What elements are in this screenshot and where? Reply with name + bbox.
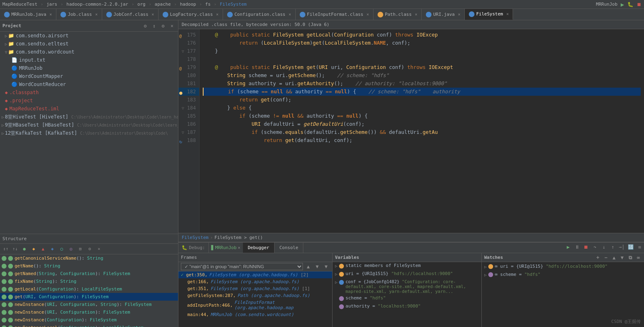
tab-jobconf[interactable]: JobConf.class × xyxy=(102,9,159,20)
close-icon[interactable]: × xyxy=(415,12,417,17)
breadcrumb-method[interactable]: FileSystem > get() xyxy=(215,235,263,240)
method-item[interactable]: getName(): String xyxy=(0,262,178,270)
method-item[interactable]: newInstanceLocal(Configuration): LocalFi… xyxy=(0,324,178,327)
tab-job[interactable]: Job.class × xyxy=(56,9,102,20)
line-num[interactable]: 180 xyxy=(178,71,199,80)
var-item-scheme[interactable]: ▷ scheme = "hdfs" xyxy=(333,295,481,303)
var-item-conf[interactable]: ▷ conf = {JobConf@1482} "Configuration: … xyxy=(333,278,481,295)
fold-icon[interactable]: ▽ xyxy=(182,106,184,110)
close-icon[interactable]: × xyxy=(168,22,176,30)
step-over-btn[interactable]: ↷ xyxy=(590,243,599,252)
var-item-uri[interactable]: ▷ uri = {URI@1515} "hdfs://localhost:900… xyxy=(333,270,481,278)
pause-btn[interactable]: ⏸ xyxy=(573,243,582,252)
inherited-filter-btn[interactable]: ◎ xyxy=(67,245,75,253)
frame-item[interactable]: ✓ get:350, FileSystem (org.apache.hadoop… xyxy=(178,271,332,278)
tab-mrrun[interactable]: MRRunJob.java × xyxy=(0,9,56,20)
breadcrumb-class[interactable]: FileSystem xyxy=(182,235,208,240)
tree-item-classpath[interactable]: ◆ .classpath xyxy=(0,88,178,97)
method-item[interactable]: newInstance(Configuration): FileSystem xyxy=(0,316,178,324)
method-item[interactable]: getCanonicalServiceName(): String xyxy=(0,254,178,262)
prev-thread-btn[interactable]: ▲ xyxy=(305,263,312,270)
method-item[interactable]: getNamed(String, Configuration): FileSys… xyxy=(0,270,178,278)
tree-item-hivetest[interactable]: ▷ 8堂HiveTest [HiveTest] C:\Users\Adminis… xyxy=(0,113,178,121)
tree-item-wordcount[interactable]: ▽ 📁 com.sendto.wordcount xyxy=(0,48,178,56)
method-item[interactable]: newInstance(URI, Configuration, String):… xyxy=(0,301,178,308)
frame-item[interactable]: main:44, MRRunJob (com.sendto.wordcount) xyxy=(178,311,332,318)
method-item[interactable]: newInstance(URI, Configuration): FileSys… xyxy=(0,308,178,316)
frame-item[interactable]: get:166, FileSystem (org.apache.hadoop.f… xyxy=(178,278,332,285)
close-icon[interactable]: × xyxy=(152,12,154,17)
sort-icon[interactable]: ↕ xyxy=(150,22,158,30)
evaluate-btn[interactable]: 🔢 xyxy=(626,243,635,252)
breadcrumb-item[interactable]: FileSystem xyxy=(220,2,247,7)
frame-item[interactable]: getFileSystem:287, Path (org.apache.hado… xyxy=(178,292,332,299)
tree-item-kafkatest[interactable]: ▷ 12堂KafkaTest [KafkaTest] C:\Users\Admi… xyxy=(0,129,178,137)
tab-path[interactable]: Path.class × xyxy=(374,9,422,20)
watch-item-scheme[interactable]: ▷ ∞ scheme = "hdfs" xyxy=(482,270,644,278)
settings-btn[interactable]: ⚙ xyxy=(86,245,94,253)
config-icon[interactable]: ⚙ xyxy=(159,22,167,30)
thread-dropdown[interactable]: ✓ "main"@1 in group "main": RUNNING xyxy=(181,263,303,270)
line-num[interactable]: ▽ 184 xyxy=(178,104,199,112)
watch-item-uri[interactable]: ▷ ∞ uri = {URI@1515} "hdfs://localhost:9… xyxy=(482,262,644,270)
line-num[interactable]: @ 175 xyxy=(178,31,199,39)
close-btn[interactable]: × xyxy=(95,245,103,253)
step-out-btn[interactable]: ↑ xyxy=(608,243,617,252)
expand-btn[interactable]: ⊞ xyxy=(76,245,84,253)
interface-filter-btn[interactable]: ◈ xyxy=(48,245,56,253)
step-into-btn[interactable]: ↓ xyxy=(599,243,608,252)
tree-item-hbasetest[interactable]: ▷ 9堂HBaseTest [HBaseTest] C:\Users\Admin… xyxy=(0,121,178,129)
class-filter-btn[interactable]: ▲ xyxy=(39,245,47,253)
stop-btn[interactable]: ⏹ xyxy=(582,243,590,252)
tree-item-input[interactable]: 📄 input.txt xyxy=(0,56,178,64)
session-close[interactable]: × xyxy=(238,245,240,250)
expand-watch-btn[interactable]: ∞ xyxy=(635,254,642,261)
close-icon[interactable]: × xyxy=(506,12,509,16)
line-num[interactable]: 186 xyxy=(178,120,199,128)
tab-fileinputformat[interactable]: FileInputFormat.class × xyxy=(296,9,374,20)
line-num[interactable]: 183 xyxy=(178,96,199,104)
method-filter-btn[interactable]: ● xyxy=(20,245,28,253)
fold-icon[interactable]: ▽ xyxy=(182,49,184,54)
line-num[interactable]: ▽ 187 xyxy=(178,128,199,136)
close-icon[interactable]: × xyxy=(367,12,369,17)
copy-watch-btn[interactable]: ⧉ xyxy=(627,254,633,261)
close-icon[interactable]: × xyxy=(95,12,98,17)
tree-item-airsort[interactable]: ▷ 📁 com.sendto.airsort xyxy=(0,32,178,40)
stop-button[interactable]: ⏹ xyxy=(637,2,642,7)
static-filter-btn[interactable]: ○ xyxy=(58,245,66,253)
line-num[interactable]: 185 xyxy=(178,112,199,120)
close-icon[interactable]: × xyxy=(216,12,219,17)
tree-item-iml[interactable]: ◆ MapReduceTest.iml xyxy=(0,105,178,113)
code-editor[interactable]: @ 175 176 ▽ 177 178 @ 179 180 181 xyxy=(178,29,644,233)
code-content[interactable]: @ public static FileSystem getLocal(Conf… xyxy=(200,29,644,233)
resume-btn[interactable]: ▶ xyxy=(564,243,573,252)
tab-debugger[interactable]: Debugger xyxy=(243,243,275,253)
tab-logfactory[interactable]: LogFactory.class × xyxy=(159,9,223,20)
line-num[interactable]: 178 xyxy=(178,55,199,63)
tab-configuration[interactable]: Configuration.class × xyxy=(223,9,296,20)
var-item-authority[interactable]: ▷ authority = "localhost:9000" xyxy=(333,303,481,311)
tree-item-etltest[interactable]: ▷ 📁 com.sendto.etltest xyxy=(0,40,178,48)
line-num[interactable]: ▽ 177 xyxy=(178,47,199,55)
line-num[interactable]: 181 xyxy=(178,80,199,88)
add-watch-btn[interactable]: + xyxy=(595,254,601,261)
frame-item[interactable]: get:351, FileSystem (org.apache.hadoop.f… xyxy=(178,285,332,292)
method-item[interactable]: fixName(String): String xyxy=(0,278,178,285)
field-filter-btn[interactable]: ◆ xyxy=(30,245,38,253)
frame-item[interactable]: addInputPath:466, FileInputFormat (org.a… xyxy=(178,299,332,311)
method-item-get[interactable]: get(URI, Configuration): FileSystem xyxy=(0,293,178,301)
tab-uri[interactable]: URI.java × xyxy=(422,9,465,20)
down-watch-btn[interactable]: ▼ xyxy=(619,254,625,261)
up-watch-btn[interactable]: ▲ xyxy=(611,254,617,261)
close-icon[interactable]: × xyxy=(49,12,52,17)
close-icon[interactable]: × xyxy=(289,12,291,17)
tree-item-mapper[interactable]: 🔵 WordCountMapper xyxy=(0,72,178,80)
sort-btn[interactable]: ↑↓ xyxy=(11,245,19,253)
var-item-static[interactable]: ▷ static members of FileSystem xyxy=(333,262,481,270)
tree-item-mrrun[interactable]: 🔵 MRRunJob xyxy=(0,64,178,72)
next-thread-btn[interactable]: ▼ xyxy=(313,263,321,270)
line-num[interactable]: ↻ 188 xyxy=(178,136,199,144)
run-to-cursor-btn[interactable]: →| xyxy=(617,243,626,252)
filter-thread-btn[interactable]: ▼ xyxy=(322,263,330,270)
